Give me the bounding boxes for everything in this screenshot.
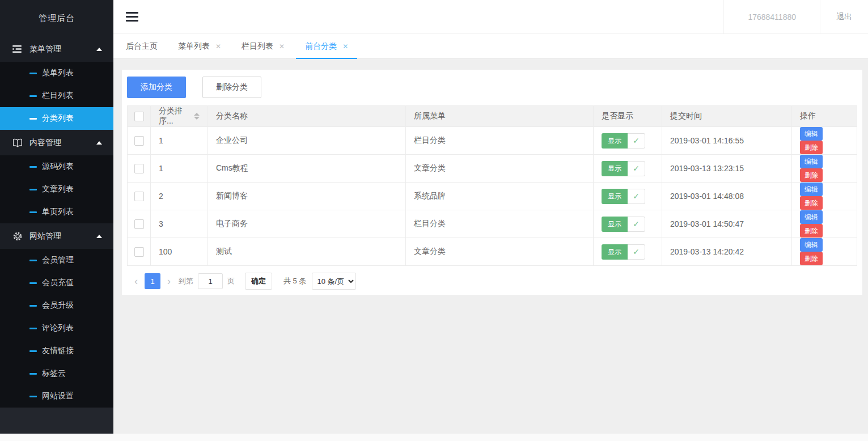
sidebar-item-label: 分类列表 — [42, 113, 74, 124]
cell-name: 测试 — [208, 238, 406, 266]
add-category-button[interactable]: 添加分类 — [127, 77, 186, 98]
sidebar-item-category-list[interactable]: 分类列表 — [0, 107, 113, 130]
sidebar-item-member-recharge[interactable]: 会员充值 — [0, 272, 113, 294]
dash-icon — [29, 260, 37, 261]
sidebar-item-site-settings[interactable]: 网站设置 — [0, 385, 113, 408]
top-header: 17688411880 退出 — [113, 0, 868, 34]
row-checkbox[interactable] — [134, 219, 144, 229]
book-icon — [12, 138, 23, 147]
delete-button[interactable]: 删除 — [800, 141, 823, 154]
visible-toggle[interactable]: 显示✓ — [602, 133, 645, 149]
submenu-menu: 菜单列表 栏目列表 分类列表 — [0, 62, 113, 130]
row-checkbox[interactable] — [134, 192, 144, 201]
sidebar-group-site: 网站管理 会员管理 会员充值 会员升级 评论列表 友情链接 标签云 网站设置 — [0, 223, 113, 408]
sidebar-group-header-menu[interactable]: 菜单管理 — [0, 36, 113, 62]
edit-button[interactable]: 编辑 — [800, 210, 823, 224]
cell-sort: 2 — [151, 183, 208, 210]
edit-button[interactable]: 编辑 — [800, 183, 823, 196]
sidebar-item-page-list[interactable]: 单页列表 — [0, 201, 113, 223]
check-icon: ✓ — [628, 217, 645, 232]
edit-button[interactable]: 编辑 — [800, 127, 823, 141]
submenu-site: 会员管理 会员充值 会员升级 评论列表 友情链接 标签云 网站设置 — [0, 249, 113, 408]
row-checkbox[interactable] — [134, 247, 144, 257]
delete-button[interactable]: 删除 — [800, 168, 823, 182]
sidebar-group-label: 内容管理 — [29, 138, 96, 148]
column-header-visible: 是否显示 — [594, 106, 662, 127]
delete-button[interactable]: 删除 — [800, 224, 823, 238]
sort-icon[interactable] — [194, 113, 200, 120]
row-checkbox[interactable] — [134, 164, 144, 173]
horizontal-scrollbar-track[interactable] — [0, 434, 868, 441]
sidebar-item-comment-list[interactable]: 评论列表 — [0, 317, 113, 340]
visible-toggle[interactable]: 显示✓ — [602, 217, 645, 232]
edit-button[interactable]: 编辑 — [800, 238, 823, 252]
visible-toggle[interactable]: 显示✓ — [602, 161, 645, 176]
sidebar-item-article-list[interactable]: 文章列表 — [0, 178, 113, 201]
table-header-row: 分类排序... 分类名称 所属菜单 是否显示 提交时间 操作 — [128, 106, 857, 127]
username-menu[interactable]: 17688411880 — [723, 0, 820, 33]
cell-menu: 栏目分类 — [406, 210, 594, 238]
goto-page-input[interactable] — [198, 273, 223, 289]
main-area: 17688411880 退出 后台主页 菜单列表✕ 栏目列表✕ 前台分类✕ 添加… — [113, 0, 868, 441]
tab-home[interactable]: 后台主页 — [117, 34, 167, 58]
dash-icon — [29, 396, 37, 397]
chevron-up-icon — [96, 235, 102, 238]
sidebar-item-member-manage[interactable]: 会员管理 — [0, 249, 113, 272]
row-checkbox[interactable] — [134, 136, 144, 146]
column-header-sort[interactable]: 分类排序... — [151, 106, 208, 127]
cell-time: 2019-03-01 14:16:55 — [662, 127, 792, 155]
sidebar: 管理后台 菜单管理 菜单列表 栏目列表 分类列表 内容管理 — [0, 0, 113, 434]
sidebar-footer — [0, 408, 113, 434]
sidebar-item-label: 会员充值 — [42, 278, 74, 288]
sidebar-item-column-list[interactable]: 栏目列表 — [0, 84, 113, 107]
visible-toggle[interactable]: 显示✓ — [602, 189, 645, 204]
delete-button[interactable]: 删除 — [800, 252, 823, 265]
cell-time: 2019-03-13 14:20:42 — [662, 238, 792, 266]
tab-front-category[interactable]: 前台分类✕ — [296, 34, 357, 58]
sidebar-item-friend-links[interactable]: 友情链接 — [0, 340, 113, 362]
sidebar-item-menu-list[interactable]: 菜单列表 — [0, 62, 113, 84]
logout-button[interactable]: 退出 — [820, 0, 868, 33]
visible-toggle[interactable]: 显示✓ — [602, 244, 645, 260]
confirm-page-button[interactable]: 确定 — [245, 273, 272, 290]
close-icon[interactable]: ✕ — [279, 43, 285, 50]
tab-label: 栏目列表 — [242, 41, 273, 52]
tab-label: 前台分类 — [305, 41, 337, 52]
tab-column-list[interactable]: 栏目列表✕ — [232, 34, 294, 58]
dash-icon — [29, 118, 37, 120]
hamburger-icon[interactable] — [126, 10, 139, 24]
cell-time: 2019-03-13 13:23:15 — [662, 155, 792, 183]
edit-button[interactable]: 编辑 — [800, 155, 823, 168]
sidebar-item-label: 友情链接 — [42, 346, 74, 356]
pagination: ‹ 1 › 到第 页 确定 共 5 条 10 条/页 — [127, 272, 857, 290]
tab-menu-list[interactable]: 菜单列表✕ — [169, 34, 230, 58]
delete-category-button[interactable]: 删除分类 — [202, 77, 261, 98]
content-card: 添加分类 删除分类 分类排序... 分类名称 所属菜单 — [122, 70, 862, 295]
page-size-select[interactable]: 10 条/页 — [312, 273, 356, 290]
table-row: 3 电子商务 栏目分类 显示✓ 2019-03-01 14:50:47 编辑删除 — [128, 210, 857, 238]
dash-icon — [29, 282, 37, 284]
dash-icon — [29, 373, 37, 375]
close-icon[interactable]: ✕ — [215, 43, 221, 50]
tab-bar: 后台主页 菜单列表✕ 栏目列表✕ 前台分类✕ — [113, 34, 868, 59]
cell-menu: 栏目分类 — [406, 127, 594, 155]
sidebar-item-member-upgrade[interactable]: 会员升级 — [0, 294, 113, 317]
next-page-icon[interactable]: › — [164, 276, 174, 286]
submenu-content: 源码列表 文章列表 单页列表 — [0, 155, 113, 223]
delete-button[interactable]: 删除 — [800, 196, 823, 210]
select-all-checkbox[interactable] — [134, 112, 144, 121]
cell-name: 企业公司 — [208, 127, 406, 155]
sidebar-item-tag-cloud[interactable]: 标签云 — [0, 362, 113, 385]
dash-icon — [29, 305, 37, 307]
column-header-action: 操作 — [792, 106, 857, 127]
current-page-button[interactable]: 1 — [145, 273, 160, 289]
sidebar-item-label: 菜单列表 — [42, 68, 74, 78]
sidebar-group-header-content[interactable]: 内容管理 — [0, 130, 113, 155]
prev-page-icon[interactable]: ‹ — [131, 276, 141, 286]
dash-icon — [29, 166, 37, 168]
sidebar-group-header-site[interactable]: 网站管理 — [0, 223, 113, 249]
close-icon[interactable]: ✕ — [342, 43, 348, 50]
sidebar-item-source-list[interactable]: 源码列表 — [0, 155, 113, 178]
cell-sort: 1 — [151, 155, 208, 183]
sidebar-item-label: 文章列表 — [42, 184, 74, 194]
